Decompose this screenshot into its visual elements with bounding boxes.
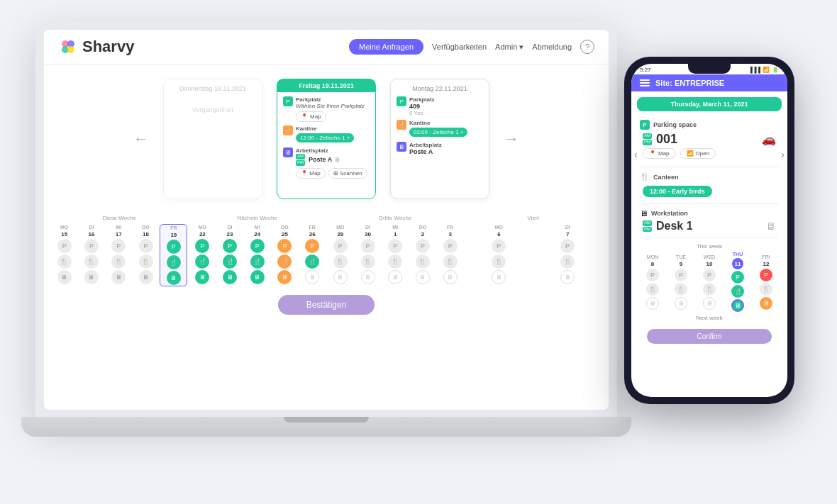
card2-desk-section: 🖥 Arbeitsplatz AMPM Poste A 🖥 📍 Map ⊞ Sc… xyxy=(283,147,370,179)
logo: Sharvy xyxy=(58,37,134,57)
wd-cell-di7: DI 7 P 🍴 🖥 xyxy=(533,224,602,285)
availabilities-link[interactable]: Verfügbarkeiten xyxy=(432,43,487,51)
wd-desk-mo15[interactable]: 🖥 xyxy=(57,270,72,284)
wd-parking-fr19[interactable]: P xyxy=(167,240,181,254)
phone-notch xyxy=(688,64,731,74)
week-title-0: Diese Woche xyxy=(51,213,188,224)
signal-icon: ▐▐▐ xyxy=(748,67,760,73)
phone-workstation-am-pm: AMPM Desk 1 xyxy=(643,220,693,233)
wd-parking-di16[interactable]: P xyxy=(84,239,99,253)
wd-canteen-fr19[interactable]: 🍴 xyxy=(167,255,181,269)
phone-parking-am-pm: AMPM 001 xyxy=(643,132,677,147)
card3-desk-section: 🖥 Arbeitsplatz Poste A xyxy=(397,142,483,155)
phone-device: 5:27 ▐▐▐ 📶 🔋 Site: ENTREPRISE ‹ › xyxy=(624,57,794,404)
week-days-0: MO 15 P 🍴 🖥 DI 16 P 🍴 � xyxy=(51,224,188,286)
confirm-btn-row: Bestätigen xyxy=(44,286,609,323)
card3-parking-icon: P xyxy=(397,96,406,106)
confirm-button[interactable]: Bestätigen xyxy=(278,295,375,315)
week-block-0: Diese Woche MO 15 P 🍴 🖥 DI 1 xyxy=(51,213,188,286)
wd-desk-fr19[interactable]: 🖥 xyxy=(167,271,181,285)
wd-cell-fr3: FR 3 P 🍴 🖥 xyxy=(437,224,464,285)
phone-workstation-section: 🖥 Workstation AMPM Desk 1 🖥 xyxy=(631,206,787,235)
week-title-1: Nächste Woche xyxy=(189,213,326,224)
phone-map-btn[interactable]: 📍 Map xyxy=(643,148,676,159)
wd-cell-do2: DO 2 P 🍴 🖥 xyxy=(409,224,436,285)
card2-desk-scan-btn[interactable]: ⊞ Scannen xyxy=(328,168,367,179)
logo-text: Sharvy xyxy=(82,38,134,56)
card3-parking-sub: 0 Yes xyxy=(409,110,435,116)
wd-cell-di23: DI 23 P 🍴 🖥 xyxy=(216,224,243,285)
phone-day-wed: WED 10 P 🍴 🖥 xyxy=(703,254,716,310)
week-block-2: Dritte Woche MO 29 P 🍴 🖥 DI xyxy=(327,213,464,286)
card2-desk-map-btn[interactable]: 📍 Map xyxy=(296,168,326,179)
logout-link[interactable]: Abmeldung xyxy=(532,43,572,51)
carousel-next-arrow[interactable]: → xyxy=(504,130,519,148)
week-days-2: MO 29 P 🍴 🖥 DI 30 P 🍴 � xyxy=(327,224,464,285)
phone-next-week-label: Next week xyxy=(638,315,780,321)
phone-body: 5:27 ▐▐▐ 📶 🔋 Site: ENTREPRISE ‹ › xyxy=(624,57,794,404)
phone-divider-2 xyxy=(640,203,779,204)
wd-cell-do25: DO 25 P 🍴 🖥 xyxy=(272,224,299,285)
card3-date: Montag 22.11.2021 xyxy=(397,85,483,92)
carousel-section: ← Donnerstag 16.11.2021 Vergangenheit Fr… xyxy=(44,65,609,213)
week-title-3: Viert xyxy=(465,213,602,224)
week-title-2: Dritte Woche xyxy=(327,213,464,224)
card3-desk-label: Arbeitsplatz xyxy=(409,142,442,148)
wd-canteen-mo15[interactable]: 🍴 xyxy=(57,254,72,269)
card2-canteen-label: Kantine xyxy=(296,125,354,132)
phone-open-btn[interactable]: 📶 Open xyxy=(680,148,716,159)
admin-menu[interactable]: Admin xyxy=(495,43,523,52)
wd-desk-di16[interactable]: 🖥 xyxy=(84,270,99,284)
wd-desk-mi17[interactable]: 🖥 xyxy=(111,270,126,284)
phone-canteen-label: Canteen xyxy=(653,174,679,181)
week-block-1: Nächste Woche MO 22 P 🍴 🖥 DI xyxy=(189,213,326,286)
phone-workstation-value: Desk 1 xyxy=(656,220,693,233)
phone-week-label: This week xyxy=(638,243,780,250)
phone-confirm-button[interactable]: Confirm xyxy=(647,329,772,344)
laptop-base xyxy=(21,417,631,437)
weekly-grid: Diese Woche MO 15 P 🍴 🖥 DI 1 xyxy=(44,213,609,286)
wd-cell-mo29: MO 29 P 🍴 🖥 xyxy=(327,224,354,285)
day-card-past: Donnerstag 16.11.2021 Vergangenheit xyxy=(163,79,262,199)
card2-date: Freitag 19.11.2021 xyxy=(277,79,375,92)
day-card-monday: Montag 22.11.2021 P Parkplatz 409 0 Yes … xyxy=(390,79,489,199)
wd-canteen-do18[interactable]: 🍴 xyxy=(139,254,153,269)
hamburger-menu[interactable] xyxy=(640,79,650,86)
laptop-screen: Sharvy Meine Anfragen Verfügbarkeiten Ad… xyxy=(44,30,609,410)
parking-icon: P xyxy=(283,96,293,106)
phone-screen: 5:27 ▐▐▐ 📶 🔋 Site: ENTREPRISE ‹ › xyxy=(631,64,787,397)
weeks-grid: Diese Woche MO 15 P 🍴 🖥 DI 1 xyxy=(51,213,602,286)
card3-canteen-icon: 🍴 xyxy=(397,120,406,130)
wd-parking-do18[interactable]: P xyxy=(139,239,153,253)
phone-workstation-label: Workstation xyxy=(651,210,688,217)
phone-parking-value-row: AMPM 001 🚗 xyxy=(640,132,779,147)
card3-canteen-label: Kantine xyxy=(409,120,467,126)
phone-parking-icon: P xyxy=(640,120,650,130)
wd-cell-mi17: MI 17 P 🍴 🖥 xyxy=(106,224,132,286)
wd-canteen-di16[interactable]: 🍴 xyxy=(84,254,99,269)
wd-desk-do18[interactable]: 🖥 xyxy=(139,270,153,284)
wd-parking-mo15[interactable]: P xyxy=(57,239,72,253)
card1-date: Donnerstag 16.11.2021 xyxy=(170,85,256,92)
phone-parking-btns: 📍 Map 📶 Open xyxy=(640,147,779,162)
card3-canteen-section: 🍴 Kantine 02:00 - Zelische 1 + xyxy=(397,120,483,138)
wd-cell-do18: DO 18 P 🍴 🖥 xyxy=(133,224,159,286)
laptop-device: Sharvy Meine Anfragen Verfügbarkeiten Ad… xyxy=(35,21,645,475)
card2-parking-section: P Parkplatz Wählen Sie Ihren Parkplatz 📍… xyxy=(283,96,370,122)
phone-mini-calendar: This week MON 8 P 🍴 🖥 TUE 9 P 🍴 🖥 xyxy=(631,240,787,326)
card2-desk-value: Poste A xyxy=(309,156,332,163)
wd-parking-mi17[interactable]: P xyxy=(111,239,126,253)
day-card-active: Freitag 19.11.2021 P Parkplatz Wählen Si… xyxy=(277,79,376,199)
card2-map-btn[interactable]: 📍Map xyxy=(296,111,326,122)
phone-workstation-title: 🖥 Workstation xyxy=(640,209,779,218)
my-requests-button[interactable]: Meine Anfragen xyxy=(349,39,423,55)
phone-canteen-value: 12:00 - Early birds xyxy=(643,186,712,197)
wd-cell-mi1: MI 1 P 🍴 🖥 xyxy=(382,224,409,285)
carousel-prev-arrow[interactable]: ← xyxy=(133,130,149,148)
laptop-body: Sharvy Meine Anfragen Verfügbarkeiten Ad… xyxy=(35,21,617,418)
wd-canteen-mi17[interactable]: 🍴 xyxy=(111,254,126,269)
phone-day-mon: MON 8 P 🍴 🖥 xyxy=(646,254,659,310)
phone-canteen-icon: 🍴 xyxy=(640,172,650,181)
canteen-icon: 🍴 xyxy=(283,125,293,135)
help-button[interactable]: ? xyxy=(580,40,594,54)
